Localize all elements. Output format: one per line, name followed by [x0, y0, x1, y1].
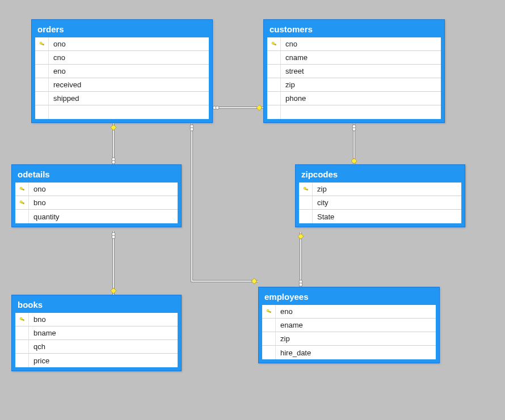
svg-rect-20 [43, 44, 43, 45]
table-row[interactable]: qch [15, 340, 178, 354]
table-title: odetails [15, 168, 178, 183]
svg-point-10 [352, 128, 356, 131]
column-name: eno [49, 67, 66, 75]
svg-marker-3 [111, 125, 116, 130]
column-name: price [29, 357, 49, 365]
column-name: received [49, 80, 81, 89]
table-customers[interactable]: customers cno cname street zip phone [263, 19, 445, 123]
svg-point-13 [112, 235, 115, 239]
table-row [35, 105, 209, 119]
table-title: zipcodes [299, 168, 461, 183]
table-row[interactable]: cno [35, 51, 209, 65]
svg-point-0 [213, 106, 216, 109]
column-name: ono [49, 40, 66, 48]
table-row[interactable]: bno [15, 196, 178, 210]
column-name: State [313, 213, 334, 221]
table-row[interactable]: eno [35, 65, 209, 78]
key-icon [19, 317, 25, 323]
table-body: bno bname qch price [15, 313, 178, 367]
column-name: bno [29, 198, 46, 207]
table-employees[interactable]: employees eno ename zip hire_date [258, 287, 440, 363]
key-icon [39, 41, 45, 47]
key-icon [266, 309, 272, 315]
key-icon [303, 186, 309, 192]
column-name: city [313, 198, 329, 207]
key-icon [19, 200, 25, 206]
column-name: bno [29, 315, 46, 324]
table-row[interactable]: quantity [15, 210, 178, 223]
column-name: zip [281, 80, 295, 89]
table-body: cno cname street zip phone [267, 37, 441, 119]
table-body: ono cno eno received shipped [35, 37, 209, 119]
table-row[interactable]: phone [267, 92, 441, 105]
table-row[interactable]: State [299, 210, 461, 223]
table-odetails[interactable]: odetails ono bno quantity [11, 164, 182, 227]
column-name: ono [29, 185, 46, 193]
column-name: bname [29, 329, 56, 337]
svg-point-1 [216, 106, 219, 109]
svg-point-16 [299, 283, 302, 286]
column-name: quantity [29, 213, 60, 221]
svg-marker-8 [251, 278, 257, 284]
table-row[interactable]: received [35, 78, 209, 92]
er-diagram-canvas: orders ono cno eno received shipped cust… [0, 0, 505, 420]
svg-point-7 [190, 128, 193, 131]
table-row[interactable]: bname [15, 326, 178, 340]
table-row[interactable]: cname [267, 51, 441, 65]
table-title: customers [267, 23, 441, 37]
column-name: zip [276, 334, 290, 343]
svg-marker-17 [298, 234, 304, 239]
table-row[interactable]: street [267, 65, 441, 78]
svg-rect-35 [23, 320, 23, 320]
table-title: orders [35, 23, 209, 37]
table-row[interactable]: cno [267, 37, 441, 51]
svg-rect-29 [23, 203, 23, 203]
column-name: phone [281, 94, 306, 103]
column-name: shipped [49, 94, 79, 103]
svg-point-4 [112, 158, 115, 161]
svg-rect-38 [270, 312, 270, 312]
svg-rect-26 [23, 189, 23, 190]
key-icon [19, 186, 25, 192]
table-row[interactable]: shipped [35, 92, 209, 105]
table-books[interactable]: books bno bname qch price [11, 295, 182, 371]
table-body: eno ename zip hire_date [262, 305, 436, 359]
svg-point-15 [299, 280, 302, 283]
table-row[interactable]: ono [15, 183, 178, 196]
table-row[interactable]: price [15, 354, 178, 367]
table-orders[interactable]: orders ono cno eno received shipped [31, 19, 213, 123]
table-title: employees [262, 291, 436, 305]
table-title: books [15, 299, 178, 313]
column-name: zip [313, 185, 327, 193]
table-zipcodes[interactable]: zipcodes zip city State [295, 164, 465, 227]
column-name: cno [49, 53, 65, 62]
svg-point-9 [352, 125, 356, 128]
table-body: ono bno quantity [15, 183, 178, 223]
column-name: qch [29, 342, 45, 351]
svg-marker-14 [111, 288, 116, 294]
column-name: hire_date [276, 349, 311, 357]
table-row[interactable]: zip [267, 78, 441, 92]
svg-point-6 [190, 125, 193, 128]
table-row [267, 105, 441, 119]
column-name: ename [276, 321, 303, 329]
table-row[interactable]: city [299, 196, 461, 210]
column-name: eno [276, 307, 293, 316]
table-row[interactable]: zip [262, 332, 436, 346]
table-row[interactable]: bno [15, 313, 178, 326]
svg-marker-2 [256, 105, 262, 111]
table-row[interactable]: ono [35, 37, 209, 51]
table-row[interactable]: eno [262, 305, 436, 319]
svg-rect-23 [275, 44, 275, 45]
column-name: cname [281, 53, 308, 62]
table-row[interactable]: hire_date [262, 346, 436, 359]
svg-point-12 [112, 232, 115, 236]
table-body: zip city State [299, 183, 461, 223]
column-name: street [281, 67, 304, 75]
svg-rect-32 [306, 189, 307, 190]
table-row[interactable]: zip [299, 183, 461, 196]
key-icon [271, 41, 277, 47]
table-row[interactable]: ename [262, 319, 436, 332]
svg-marker-11 [351, 158, 357, 164]
column-name: cno [281, 40, 297, 48]
